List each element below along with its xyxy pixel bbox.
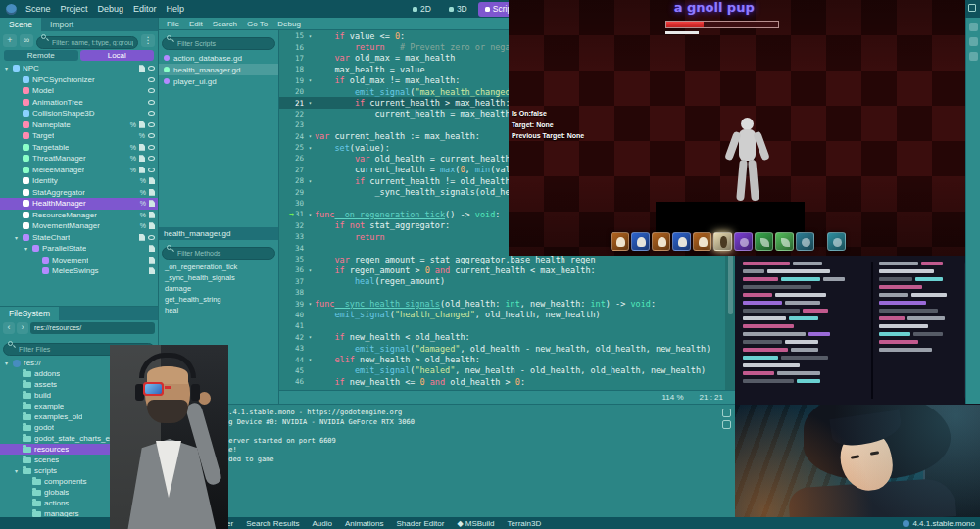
scene-node-meleemanager[interactable]: MeleeManager%	[0, 165, 158, 176]
script-icon[interactable]	[149, 177, 155, 184]
visibility-eye-icon[interactable]	[148, 111, 155, 116]
scene-node-npc[interactable]: ▾NPC	[0, 63, 158, 74]
script-icon[interactable]	[139, 144, 145, 151]
hotbar-slot-4[interactable]	[672, 232, 691, 251]
script-icon[interactable]	[149, 189, 155, 196]
script-menu-go-to[interactable]: Go To	[247, 20, 268, 28]
bottom-panel-audio[interactable]: Audio	[312, 519, 331, 528]
line-number[interactable]: 37	[279, 277, 306, 286]
code-line-44[interactable]: 44▾ elif new_health > old_health:	[279, 354, 735, 364]
method-item-get-health-string[interactable]: get_health_string	[159, 294, 278, 305]
scene-node-resourcemanager[interactable]: ResourceManager%	[0, 210, 158, 221]
bottom-panel-msbuild[interactable]: ◆ MSBuild	[457, 519, 494, 528]
scene-node-movementmanager[interactable]: MovementManager%	[0, 220, 158, 232]
line-number[interactable]: 29	[279, 188, 306, 197]
scene-node-threatmanager[interactable]: ThreatManager%	[0, 153, 158, 165]
visibility-eye-icon[interactable]	[148, 168, 155, 172]
line-number[interactable]: 22	[279, 110, 306, 119]
line-number[interactable]: 17	[279, 54, 306, 63]
unique-name-icon[interactable]: %	[130, 167, 136, 173]
hotbar-slot-7[interactable]	[734, 232, 753, 251]
method-item-damage[interactable]: damage	[159, 283, 278, 294]
scene-node-statechart[interactable]: ▾StateChart	[0, 232, 158, 244]
unique-name-icon[interactable]: %	[130, 144, 136, 151]
line-number[interactable]: 23	[279, 120, 306, 129]
kebab-menu-icon[interactable]: ⋮	[141, 34, 155, 47]
script-icon[interactable]	[149, 257, 155, 264]
unique-name-icon[interactable]: %	[139, 132, 145, 139]
game-viewport[interactable]: a gnoll pup Is On:falseTarget: NonePrevi…	[509, 0, 965, 256]
dock-icon[interactable]	[969, 52, 978, 61]
output-panel[interactable]: Godot Engine v4.4.1.stable.mono - https:…	[159, 404, 735, 517]
dock-icon[interactable]	[969, 23, 978, 31]
unique-name-icon[interactable]: %	[130, 155, 136, 162]
code-line-46[interactable]: 46 if new_health <= 0 and old_health > 0…	[279, 376, 735, 387]
scene-node-stataggregator[interactable]: StatAggregator%	[0, 187, 158, 199]
code-line-45[interactable]: 45 emit_signal("healed", new_health - ol…	[279, 365, 735, 376]
script-icon[interactable]	[149, 222, 155, 229]
visibility-eye-icon[interactable]	[148, 156, 155, 161]
code-line-43[interactable]: 43 emit_signal("damaged", old_health - n…	[279, 343, 735, 354]
line-number[interactable]: 20	[279, 87, 306, 96]
zoom-level[interactable]: 114 %	[662, 393, 683, 402]
hotbar-slot-11[interactable]	[827, 232, 846, 251]
code-line-37[interactable]: 37 heal(regen_amount)	[279, 276, 735, 287]
scene-node-healthmanager[interactable]: HealthManager%	[0, 198, 158, 210]
window-control-icon[interactable]	[968, 4, 976, 12]
script-icon[interactable]	[149, 200, 155, 207]
visibility-eye-icon[interactable]	[148, 133, 155, 138]
script-menu-search[interactable]: Search	[213, 20, 237, 28]
visibility-eye-icon[interactable]	[148, 235, 155, 240]
line-number[interactable]: 34	[279, 244, 306, 253]
line-number[interactable]: 44	[279, 356, 306, 364]
hotbar-slot-3[interactable]	[652, 232, 670, 251]
visibility-eye-icon[interactable]	[148, 145, 155, 150]
code-line-42[interactable]: 42▾ if new_health < old_health:	[279, 332, 735, 343]
local-button[interactable]: Local	[80, 50, 155, 61]
line-number[interactable]: 35	[279, 255, 306, 264]
line-number[interactable]: 26	[279, 154, 306, 163]
menu-editor[interactable]: Editor	[133, 4, 157, 14]
script-icon[interactable]	[149, 245, 155, 252]
code-line-38[interactable]: 38	[279, 287, 735, 298]
scene-filter-input[interactable]	[36, 36, 138, 49]
scene-node-targetable[interactable]: Targetable%	[0, 142, 158, 154]
hotbar-slot-8[interactable]	[755, 232, 773, 251]
scene-node-movement[interactable]: Movement	[0, 255, 158, 266]
menu-project[interactable]: Project	[61, 4, 88, 14]
visibility-eye-icon[interactable]	[148, 88, 155, 93]
fs-path[interactable]: res://resources/	[30, 322, 155, 334]
script-icon[interactable]	[139, 121, 145, 128]
script-item-health-manager-gd[interactable]: health_manager.gd	[159, 64, 278, 75]
dock-icon[interactable]	[969, 37, 978, 46]
godot-logo-icon[interactable]	[6, 4, 17, 15]
script-icon[interactable]	[139, 155, 145, 162]
unique-name-icon[interactable]: %	[140, 200, 146, 207]
hotbar-slot-2[interactable]	[631, 232, 650, 251]
workspace-tab-2d[interactable]: 2D	[406, 2, 438, 17]
script-menu-edit[interactable]: Edit	[189, 20, 203, 28]
script-item-action-database-gd[interactable]: action_database.gd	[159, 52, 278, 64]
line-number[interactable]: 16	[279, 43, 306, 52]
code-line-36[interactable]: 36▾ if regen_amount > 0 and current_heal…	[279, 264, 735, 275]
line-number[interactable]: 36	[279, 265, 306, 274]
line-number[interactable]: 27	[279, 166, 306, 174]
hotbar-slot-1[interactable]	[611, 232, 629, 251]
line-number[interactable]: 19	[279, 76, 306, 85]
script-menu-file[interactable]: File	[167, 20, 179, 28]
hotbar-slot-6[interactable]	[713, 232, 732, 251]
scene-node-nameplate[interactable]: Nameplate%	[0, 120, 158, 131]
line-number[interactable]: 33	[279, 232, 306, 241]
hotbar-slot-5[interactable]	[693, 232, 711, 251]
line-number[interactable]: 24	[279, 132, 306, 141]
scene-node-model[interactable]: Model	[0, 85, 158, 97]
scene-node-meleeswings[interactable]: MeleeSwings	[0, 265, 158, 277]
hotbar-slot-9[interactable]	[775, 232, 794, 251]
hotbar-slot-10[interactable]	[796, 232, 814, 251]
code-line-40[interactable]: 40 emit_signal("health_changed", old_hea…	[279, 310, 735, 320]
line-number[interactable]: 38	[279, 288, 306, 297]
line-number[interactable]: 40	[279, 311, 306, 319]
script-icon[interactable]	[149, 267, 155, 274]
scene-node-parallelstate[interactable]: ▾ParallelState	[0, 243, 158, 255]
copy-icon[interactable]	[722, 409, 731, 417]
